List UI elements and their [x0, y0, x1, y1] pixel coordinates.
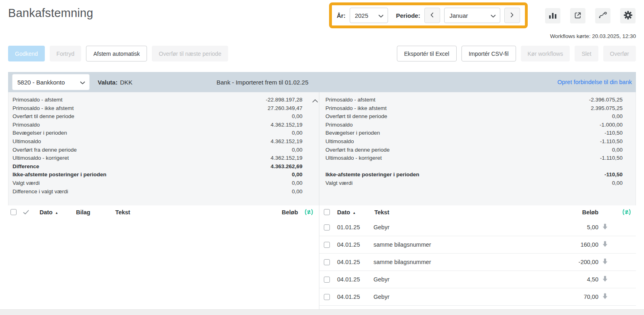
arrow-down-icon — [602, 258, 608, 266]
summary-value: 0,00 — [292, 112, 302, 121]
transfer-next-period-button[interactable]: Overfør til næste periode — [152, 46, 228, 61]
year-select-value: 2025 — [355, 12, 368, 19]
row-checkbox[interactable] — [324, 277, 330, 283]
reconciled-check-icon — [23, 210, 29, 215]
toolbar: Godkend Fortryd Afstem automatisk Overfø… — [8, 46, 636, 61]
summary-value: 0,00 — [612, 146, 623, 154]
summary-row: Ultimosaldo - korrigeret-1.110,50 — [325, 154, 623, 163]
period-select[interactable]: Januar — [444, 8, 500, 23]
summary-label: Ultimosaldo - korrigeret — [325, 154, 382, 163]
period-selector: År: 2025 Periode: Januar — [329, 2, 528, 28]
match-link-icon — [304, 209, 313, 215]
entry-date: 01.01.25 — [337, 224, 366, 230]
column-header-tekst[interactable]: Tekst — [374, 209, 389, 216]
auto-reconcile-button[interactable]: Afstem automatisk — [86, 46, 147, 61]
move-entry-button[interactable] — [602, 293, 608, 300]
chevron-up-icon — [312, 98, 318, 104]
select-all-checkbox[interactable] — [10, 209, 17, 215]
row-checkbox[interactable] — [324, 224, 330, 230]
currency-value: DKK — [120, 79, 132, 86]
summary-row: Overført til denne periode0,00 — [325, 112, 623, 121]
next-period-button[interactable] — [504, 8, 520, 23]
summary-value: -2.396.075,25 — [589, 96, 623, 104]
summary-row: Difference i valgt værdi0,00 — [13, 188, 302, 196]
summary-row: Overført fra denne periode0,00 — [13, 146, 302, 154]
import-csv-button[interactable]: Importér CSV-fil — [461, 46, 516, 61]
move-entry-button[interactable] — [602, 276, 608, 283]
chevron-left-icon — [430, 12, 434, 19]
summary-label: Overført til denne periode — [13, 112, 74, 121]
collapse-summary-button[interactable] — [311, 97, 319, 105]
bank-entry-row: 04.01.25samme bilagsnummer160,00 — [319, 236, 636, 254]
bank-entries-list: 01.01.25Gebyr5,0004.01.25samme bilagsnum… — [319, 219, 636, 306]
entry-amount: 4,50 — [587, 276, 598, 283]
summary-row: Ultimosaldo - korrigeret4.362.152,19 — [13, 154, 302, 163]
column-header-dato[interactable]: Dato▲ — [40, 209, 58, 216]
ledger-table-header: Dato▲ Bilag Tekst Beløb — [8, 205, 319, 219]
bank-entry-row: 04.01.25Gebyr70,00 — [319, 288, 636, 306]
move-entry-button[interactable] — [602, 224, 608, 231]
header-icon-buttons — [545, 8, 636, 23]
summary-label: Primosaldo — [325, 121, 353, 129]
summary-row: Ikke-afstemte posteringer i perioden-110… — [325, 171, 623, 179]
column-header-belob[interactable]: Beløb — [282, 209, 298, 216]
summary-label: Primosaldo - ikke afstemt — [13, 104, 74, 113]
entry-date: 04.01.25 — [337, 294, 366, 300]
summary-row: Difference4.363.262,69 — [13, 163, 302, 171]
panel-divider — [319, 92, 319, 310]
external-link-icon — [574, 12, 581, 20]
statistics-button[interactable] — [545, 8, 560, 23]
column-header-tekst[interactable]: Tekst — [115, 209, 130, 216]
summary-label: Valgt værdi — [13, 179, 40, 188]
previous-period-button[interactable] — [424, 8, 440, 23]
account-select[interactable]: 5820 - Bankkonto — [12, 74, 90, 90]
row-checkbox[interactable] — [324, 242, 330, 248]
summary-value: 0,00 — [292, 188, 302, 196]
summary-value: -110,50 — [604, 171, 623, 179]
column-header-bilag[interactable]: Bilag — [76, 209, 90, 216]
connect-bank-link[interactable]: Opret forbindelse til din bank — [557, 79, 632, 85]
row-checkbox[interactable] — [324, 259, 330, 265]
summary-label: Difference i valgt værdi — [13, 188, 68, 196]
sort-asc-icon: ▲ — [55, 211, 58, 215]
summary-label: Valgt værdi — [325, 179, 352, 188]
summary-label: Primosaldo — [13, 121, 40, 129]
column-header-belob[interactable]: Beløb — [582, 209, 598, 216]
summary-label: Primosaldo - afstemt — [13, 96, 63, 104]
summary-value: 4.363.262,69 — [271, 163, 302, 171]
table-bodies: 01.01.25Gebyr5,0004.01.25samme bilagsnum… — [8, 219, 636, 310]
workflows-button[interactable] — [595, 8, 610, 23]
summary-left-panel: Primosaldo - afstemt-22.898.197,28Primos… — [13, 96, 302, 196]
period-select-value: Januar — [449, 12, 468, 19]
summary-row: Valgt værdi0,00 — [13, 179, 302, 188]
column-header-dato[interactable]: Dato▲ — [337, 209, 356, 216]
summary-row: Overført fra denne periode0,00 — [325, 146, 623, 154]
bottom-strip — [0, 309, 644, 315]
row-checkbox[interactable] — [324, 294, 330, 300]
bank-entry-row: 04.01.25Gebyr4,50 — [319, 271, 636, 288]
open-in-new-window-button[interactable] — [570, 8, 585, 23]
move-entry-button[interactable] — [602, 258, 608, 266]
sort-asc-icon: ▲ — [352, 211, 356, 215]
summary-row: Primosaldo4.362.152,19 — [13, 121, 302, 129]
settings-button[interactable] — [620, 8, 636, 23]
workflow-route-icon — [598, 12, 607, 20]
transfer-button[interactable]: Overfør — [603, 46, 636, 61]
chevron-right-icon — [510, 12, 514, 19]
table-headers: Dato▲ Bilag Tekst Beløb Dato▲ Tekst Belø… — [8, 205, 636, 219]
delete-button[interactable]: Slet — [575, 46, 598, 61]
approve-button[interactable]: Godkend — [8, 46, 45, 61]
undo-button[interactable]: Fortryd — [50, 46, 81, 61]
year-select[interactable]: 2025 — [350, 8, 388, 23]
entry-date: 04.01.25 — [337, 241, 366, 248]
bank-entry-row: 01.01.25Gebyr5,00 — [319, 219, 636, 236]
summary-row: Ultimosaldo4.362.152,19 — [13, 137, 302, 146]
summary-label: Bevægelser i perioden — [13, 129, 67, 137]
entry-text: samme bilagsnummer — [373, 241, 581, 248]
move-entry-button[interactable] — [602, 241, 608, 248]
select-all-checkbox[interactable] — [324, 209, 330, 215]
run-workflows-button[interactable]: Kør workflows — [521, 46, 570, 61]
summary-value: 0,00 — [292, 171, 302, 179]
arrow-down-icon — [602, 293, 608, 300]
export-excel-button[interactable]: Eksportér til Excel — [397, 46, 457, 61]
